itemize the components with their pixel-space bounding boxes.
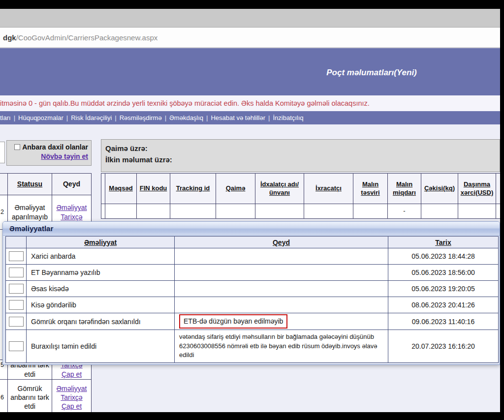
date-cell: 08.06.2023 20:41:26 bbox=[388, 297, 499, 313]
menu-item-hesabat[interactable]: Hesabat və təhlillər bbox=[211, 114, 265, 121]
col-fin-kodu[interactable]: FIN kodu bbox=[137, 174, 170, 204]
select-col-header bbox=[6, 237, 27, 248]
menu-separator: | bbox=[115, 114, 116, 121]
menu-separator: | bbox=[14, 114, 15, 121]
menu-separator: | bbox=[165, 114, 166, 121]
row-checkbox[interactable] bbox=[9, 268, 24, 277]
row-checkbox[interactable] bbox=[9, 284, 24, 294]
warning-banner: itməsinə 0 - gün qalıb.Bu müddət ərzində… bbox=[0, 95, 500, 111]
operation-cell: Buraxılışı təmin edildi bbox=[27, 330, 175, 363]
row-select-cell bbox=[6, 297, 27, 313]
col-idxalatci[interactable]: İdxalatçı adı/ ünvanı bbox=[255, 174, 304, 204]
url-path: /CooGovAdmin/CarriersPackagesnew.aspx bbox=[16, 33, 158, 42]
col-tracking-id[interactable]: Tracking id bbox=[170, 174, 216, 204]
status-table-header: Statusu Qeyd bbox=[0, 174, 92, 195]
menu-separator: | bbox=[268, 114, 270, 121]
partial-column bbox=[496, 174, 500, 204]
operation-link[interactable]: Əməliyyat bbox=[57, 384, 87, 393]
page-header-band: Poçt məlumatları(Yeni) bbox=[0, 48, 500, 95]
status-row: 6 Gömrük anbarını tərk etdi Əməliyyat Ta… bbox=[0, 380, 92, 412]
note-cell bbox=[175, 265, 388, 281]
packages-table-row: - bbox=[101, 204, 500, 219]
operation-row: Gömrük orqanı tərəfindən saxlanıldı ETB-… bbox=[6, 313, 499, 330]
operation-cell: Əsas kisədə bbox=[27, 281, 175, 297]
invoice-line: Qaimə üzrə: bbox=[105, 143, 496, 154]
highlighted-note: ETB-də düzgün bəyan edilməyib bbox=[179, 314, 287, 328]
window-chrome-bar bbox=[0, 9, 500, 28]
date-cell: 05.06.2023 18:56:00 bbox=[388, 265, 499, 281]
row-select-cell bbox=[6, 330, 27, 363]
date-cell: 20.07.2023 16:16:20 bbox=[388, 330, 499, 363]
menu-separator: | bbox=[66, 114, 68, 121]
dialog-titlebar: Əməliyyatlar bbox=[3, 222, 500, 236]
menu-item-huquqpozmalar[interactable]: Hüquqpozmalar bbox=[18, 114, 63, 121]
print-link[interactable]: Çap et bbox=[62, 370, 82, 379]
row-checkbox[interactable] bbox=[9, 341, 24, 351]
row-number: 6 bbox=[0, 380, 8, 412]
col-cekisi[interactable]: Çəkisi(kq) bbox=[421, 174, 458, 204]
menu-item-resmilesdirme[interactable]: Rəsmiləşdirmə bbox=[120, 114, 162, 121]
row-checkbox[interactable] bbox=[9, 300, 24, 310]
row-actions: Əməliyyat Tarixçə Çap et bbox=[52, 380, 92, 412]
row-checkbox[interactable] bbox=[9, 251, 24, 261]
menu-item-risk-idareciliyi[interactable]: Risk İdarəçiliyi bbox=[71, 114, 112, 121]
operations-table-header: Əməliyyat Qeyd Tarix bbox=[6, 237, 499, 248]
status-col-header[interactable]: Statusu bbox=[8, 174, 52, 195]
col-dasinma-xerci[interactable]: Daşınma xərci(USD) bbox=[458, 174, 496, 204]
url-domain: dgk bbox=[3, 33, 16, 42]
clipped-control-fragment bbox=[0, 142, 5, 163]
menu-item-0[interactable]: tları bbox=[0, 114, 11, 121]
empty-value: - bbox=[388, 204, 421, 219]
initial-info-line: İlkin məlumat üzrə: bbox=[105, 154, 496, 165]
col-meqsed[interactable]: Məqsəd bbox=[105, 174, 137, 204]
screenshot-root: dgk/CooGovAdmin/CarriersPackagesnew.aspx… bbox=[0, 0, 504, 420]
operation-cell: Xarici anbarda bbox=[27, 248, 175, 265]
operations-dialog: Əməliyyatlar Əməliyyat Qeyd Tarix Xarici… bbox=[2, 221, 500, 365]
date-cell: 09.06.2023 11:40:16 bbox=[388, 313, 499, 330]
note-col-header: Qeyd bbox=[52, 174, 92, 195]
history-link[interactable]: Tarixçə bbox=[61, 393, 82, 402]
operation-link[interactable]: Əməliyyat bbox=[57, 203, 87, 212]
col-ixracatci[interactable]: İxracatçı bbox=[304, 174, 353, 204]
col-malin-miqdari[interactable]: Malın miqdarı bbox=[388, 174, 421, 204]
top-black-bar bbox=[0, 0, 500, 9]
print-link[interactable]: Çap et bbox=[62, 402, 82, 411]
operation-cell: ET Bəyannamə yazılıb bbox=[27, 265, 175, 281]
history-link[interactable]: Tarixçə bbox=[61, 212, 82, 221]
row-checkbox[interactable] bbox=[9, 317, 24, 327]
status-value: Gömrük anbarını tərk etdi bbox=[8, 380, 52, 412]
queue-assign-link[interactable]: Növbə təyin et bbox=[41, 152, 88, 160]
warehouse-filter-label: Anbara daxil olanlar bbox=[22, 143, 88, 151]
warehouse-filter-panel: Anbara daxil olanlar Növbə təyin et bbox=[6, 140, 92, 166]
packages-table: Məqsəd FIN kodu Tracking id Qaimə İdxala… bbox=[101, 173, 500, 219]
operation-row: Xarici anbarda 05.06.2023 18:44:28 bbox=[6, 248, 499, 265]
menu-item-emekdasliq[interactable]: Əməkdaşlıq bbox=[169, 114, 203, 121]
address-bar[interactable]: dgk/CooGovAdmin/CarriersPackagesnew.aspx bbox=[0, 28, 500, 48]
status-num-header bbox=[0, 174, 8, 195]
menu-separator: | bbox=[206, 114, 208, 121]
browser-page: dgk/CooGovAdmin/CarriersPackagesnew.aspx… bbox=[0, 0, 500, 412]
operation-row: Əsas kisədə 05.06.2023 19:20:05 bbox=[6, 281, 499, 297]
operation-row: Buraxılışı təmin edildi vətəndaş sifariş… bbox=[6, 330, 499, 363]
date-col-header: Tarix bbox=[388, 237, 499, 248]
operation-col-header: Əməliyyat bbox=[27, 237, 175, 248]
row-select-cell bbox=[6, 248, 27, 265]
note-cell bbox=[175, 297, 388, 313]
packages-table-header: Məqsəd FIN kodu Tracking id Qaimə İdxala… bbox=[101, 174, 500, 204]
col-qaime[interactable]: Qaimə bbox=[216, 174, 255, 204]
partial-column bbox=[101, 174, 105, 204]
main-menu: tları | Hüquqpozmalar | Risk İdarəçiliyi… bbox=[0, 111, 500, 124]
note-cell: ETB-də düzgün bəyan edilməyib bbox=[175, 313, 388, 330]
operation-cell: Gömrük orqanı tərəfindən saxlanıldı bbox=[27, 313, 175, 330]
page-title: Poçt məlumatları(Yeni) bbox=[326, 68, 417, 78]
dialog-title: Əməliyyatlar bbox=[9, 224, 53, 233]
operations-table: Əməliyyat Qeyd Tarix Xarici anbarda 05.0… bbox=[5, 236, 499, 363]
menu-item-inzibatciliq[interactable]: İnzibatçılıq bbox=[273, 114, 303, 121]
warning-text: itməsinə 0 - gün qalıb.Bu müddət ərzində… bbox=[0, 99, 370, 107]
warehouse-filter-checkbox[interactable] bbox=[14, 144, 20, 150]
operation-row: ET Bəyannamə yazılıb 05.06.2023 18:56:00 bbox=[6, 265, 499, 281]
row-select-cell bbox=[6, 265, 27, 281]
date-cell: 05.06.2023 18:44:28 bbox=[388, 248, 499, 265]
note-cell bbox=[175, 248, 388, 265]
col-malin-tesviri[interactable]: Malın təsviri bbox=[353, 174, 388, 204]
